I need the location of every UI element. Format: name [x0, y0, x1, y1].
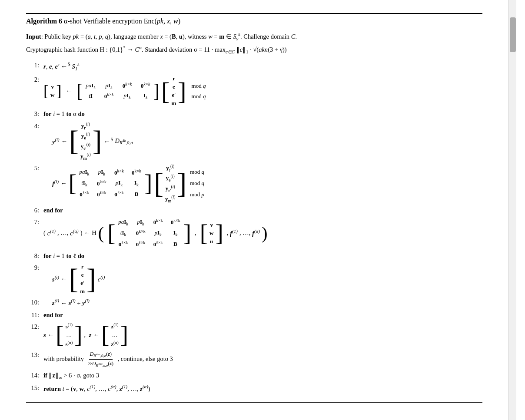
line-num-8: 8: — [26, 251, 43, 261]
algo-line-4: 4: y(i) ← [ yr(i) ye(i) ye′(i) — [26, 121, 482, 162]
line-num-13: 13: — [26, 350, 43, 360]
line-content-6: end for — [43, 205, 482, 215]
algorithm-title: Algorithm 6 α-shot Verifiable encryption… — [26, 17, 482, 28]
algo-line-12: 12: s ← [ s(1) … s(α) ] — [26, 322, 482, 348]
algo-body: 1: r, e, e′ ←$ S1k 2: [ — [26, 57, 482, 397]
scrollbar-thumb[interactable] — [510, 17, 516, 52]
line-num-1: 1: — [26, 60, 43, 70]
line-num-4: 4: — [26, 121, 43, 131]
line-num-9: 9: — [26, 263, 43, 273]
line-content-14: if ‖z‖∞ > 6 · σ, goto 3 — [43, 370, 482, 381]
line-num-12: 12: — [26, 322, 43, 332]
line-num-14: 14: — [26, 370, 43, 380]
line-content-2: [ v w ] ← [ — [43, 75, 482, 108]
algo-line-15: 15: return t = (v, w, c(1), …, c(α), z(1… — [26, 383, 482, 394]
line-num-2: 2: — [26, 75, 43, 85]
line-num-10: 10: — [26, 298, 43, 308]
scrollbar[interactable] — [508, 0, 516, 420]
algo-line-7: 7: (c(1), …, c(α)) ← H ( [ paIk pIk — [26, 217, 482, 249]
algo-line-13: 13: with probability DR4kα,0,σ(z) 3·DR4k… — [26, 350, 482, 369]
algo-line-14: 14: if ‖z‖∞ > 6 · σ, goto 3 — [26, 370, 482, 381]
main-content: Algorithm 6 α-shot Verifiable encryption… — [0, 0, 508, 420]
line-content-12: s ← [ s(1) … s(α) ] , z ← — [43, 322, 482, 348]
line-content-15: return t = (v, w, c(1), …, c(α), z(1), …… — [43, 383, 482, 394]
line-content-11: end for — [43, 310, 482, 320]
algo-line-3: 3: for i = 1 to α do — [26, 109, 482, 119]
line-num-7: 7: — [26, 217, 43, 227]
line-content-5: f(i) ← [ paIk pIk 0k×k 0k×k tIk — [43, 163, 482, 204]
algo-line-8: 8: for i = 1 to ℓ do — [26, 251, 482, 261]
line-content-1: r, e, e′ ←$ S1k — [43, 60, 482, 73]
algo-number: Algorithm 6 — [26, 17, 64, 25]
line-num-5: 5: — [26, 163, 43, 173]
line-content-3: for i = 1 to α do — [43, 109, 482, 119]
line-num-11: 11: — [26, 310, 43, 320]
line-content-7: (c(1), …, c(α)) ← H ( [ paIk pIk 0k×k 0k… — [43, 217, 482, 249]
input-line-2: Cryptographic hash function H : {0,1}* →… — [26, 44, 482, 55]
input-line-1: Input: Public key pk = (a, t, p, q), lan… — [26, 31, 482, 42]
line-num-15: 15: — [26, 383, 43, 393]
line-content-13: with probability DR4kα,0,σ(z) 3·DR4kα,s,… — [43, 350, 482, 369]
algo-line-9: 9: s(i) ← [ r e e′ m — [26, 263, 482, 296]
algo-line-1: 1: r, e, e′ ←$ S1k — [26, 60, 482, 73]
page-container: Algorithm 6 α-shot Verifiable encryption… — [0, 0, 525, 420]
algo-line-11: 11: end for — [26, 310, 482, 320]
algo-desc: α-shot Verifiable encryption Enc(pk, x, … — [64, 17, 180, 25]
line-content-4: y(i) ← [ yr(i) ye(i) ye′(i) ym(i) — [43, 121, 482, 162]
line-content-8: for i = 1 to ℓ do — [43, 251, 482, 261]
line-content-10: z(i) ← s(i) + y(i) — [43, 298, 482, 308]
algorithm-box: Algorithm 6 α-shot Verifiable encryption… — [26, 13, 482, 403]
algo-line-6: 6: end for — [26, 205, 482, 215]
line-num-6: 6: — [26, 205, 43, 215]
algo-line-10: 10: z(i) ← s(i) + y(i) — [26, 298, 482, 308]
line-content-9: s(i) ← [ r e e′ m ] — [43, 263, 482, 296]
line-num-3: 3: — [26, 109, 43, 119]
algo-line-2: 2: [ v w ] ← — [26, 75, 482, 108]
algo-line-5: 5: f(i) ← [ paIk pIk 0k×k — [26, 163, 482, 204]
